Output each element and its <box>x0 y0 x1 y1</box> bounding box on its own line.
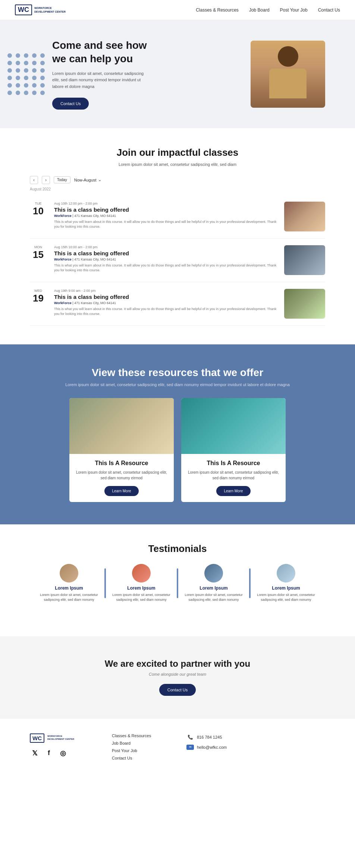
footer-link-post[interactable]: Post Your Job <box>112 748 164 753</box>
class-location: WorkForce | 471 Kansas City, MO 64141 <box>54 214 277 218</box>
phone-number: 816 784 1245 <box>197 735 222 739</box>
nav-links: Classes & Resources Job Board Post Your … <box>196 7 340 13</box>
hero-cta-button[interactable]: Contact Us <box>52 98 89 110</box>
person-head <box>278 46 298 67</box>
class-number: 15 <box>30 249 47 261</box>
testimonial-card: Lorem Ipsum Lorem ipsum dolor sit amet, … <box>110 564 173 603</box>
footer-top: WC WORKFORCEDEVELOPMENT CENTER 𝕏 f ◎ Cla… <box>30 733 325 763</box>
class-image <box>284 202 325 231</box>
class-time: Aug 15th 10:00 am - 2:00 pm <box>54 245 277 249</box>
logo-text: WORKFORCEDEVELOPMENT CENTER <box>34 6 66 13</box>
class-day: MON 15 <box>30 245 47 261</box>
class-location: WorkForce | 471 Kansas City, MO 64141 <box>54 301 277 305</box>
class-image-placeholder <box>284 202 325 231</box>
testimonial-avatar <box>277 564 295 583</box>
resource-learn-more-button[interactable]: Learn More <box>104 486 138 496</box>
calendar-controls: ‹ › Today Now-August ⌄ <box>30 176 325 184</box>
hero-title: Come and see how we can help you <box>52 39 149 66</box>
footer-logo-text: WORKFORCEDEVELOPMENT CENTER <box>47 735 74 741</box>
class-dow: MON <box>30 245 47 249</box>
testimonial-name: Lorem Ipsum <box>37 585 101 591</box>
hero-image <box>251 41 325 108</box>
class-info: Aug 19th 9:00 am - 2:00 pm This is a cla… <box>54 289 277 317</box>
hero-section: Come and see how we can help you Lorem i… <box>0 20 355 128</box>
today-button[interactable]: Today <box>54 176 70 183</box>
testimonials-grid: Lorem Ipsum Lorem ipsum dolor sit amet, … <box>15 564 340 603</box>
classes-section: Join our impactful classes Lorem ipsum d… <box>0 128 355 344</box>
resources-title: View these resources that we offer <box>30 367 325 379</box>
nav-contact[interactable]: Contact Us <box>318 7 340 13</box>
testimonial-divider <box>177 568 178 598</box>
class-number: 10 <box>30 205 47 217</box>
footer-phone: 📞 816 784 1245 <box>186 733 227 741</box>
class-day: WED 19 <box>30 289 47 304</box>
nav-postyour[interactable]: Post Your Job <box>280 7 308 13</box>
logo[interactable]: WC WORKFORCEDEVELOPMENT CENTER <box>15 4 66 15</box>
testimonial-text: Lorem ipsum dolor sit amet, consetetur s… <box>37 593 101 603</box>
footer-link-jobs[interactable]: Job Board <box>112 741 164 745</box>
partner-cta-button[interactable]: Contact Us <box>159 684 196 696</box>
resource-card: This Is A Resource Lorem ipsum dolor sit… <box>69 398 174 502</box>
testimonial-name: Lorem Ipsum <box>254 585 318 591</box>
email-icon: ✉ <box>186 745 194 750</box>
class-item: MON 15 Aug 15th 10:00 am - 2:00 pm This … <box>30 239 325 282</box>
resources-grid: This Is A Resource Lorem ipsum dolor sit… <box>30 398 325 502</box>
class-day: TUE 10 <box>30 202 47 217</box>
class-dow: TUE <box>30 202 47 205</box>
resources-section: View these resources that we offer Lorem… <box>0 344 355 524</box>
twitter-icon[interactable]: 𝕏 <box>30 748 40 758</box>
footer-logo[interactable]: WC WORKFORCEDEVELOPMENT CENTER <box>30 733 89 743</box>
class-description: This is what you will learn about in thi… <box>54 220 277 230</box>
hero-description: Lorem ipsum dolor sit amet, consetetur s… <box>52 70 149 90</box>
nav-jobboard[interactable]: Job Board <box>249 7 270 13</box>
social-icons: 𝕏 f ◎ <box>30 748 89 758</box>
resource-title: This Is A Resource <box>187 460 280 467</box>
class-time: Aug 19th 9:00 am - 2:00 pm <box>54 289 277 293</box>
footer-logo-initials: WC <box>30 733 44 743</box>
partner-title: We are excited to partner with you <box>30 659 325 669</box>
class-time: Aug 10th 12:00 pm - 2:00 pm <box>54 202 277 205</box>
resource-body: This Is A Resource Lorem ipsum dolor sit… <box>69 454 174 502</box>
phone-icon: 📞 <box>186 733 194 741</box>
resources-desc: Lorem ipsum dolor sit amet, consetetur s… <box>30 382 325 387</box>
person-body <box>269 69 307 98</box>
testimonial-text: Lorem ipsum dolor sit amet, consetetur s… <box>182 593 245 603</box>
partner-subtitle: Come alongside our great team <box>30 672 325 676</box>
prev-arrow[interactable]: ‹ <box>30 176 38 184</box>
date-range[interactable]: Now-August ⌄ <box>74 177 101 182</box>
navigation: WC WORKFORCEDEVELOPMENT CENTER Classes &… <box>0 0 355 20</box>
footer-contact: 📞 816 784 1245 ✉ hello@wfkc.com <box>186 733 227 763</box>
class-item: WED 19 Aug 19th 9:00 am - 2:00 pm This i… <box>30 282 325 326</box>
testimonial-text: Lorem ipsum dolor sit amet, consetetur s… <box>110 593 173 603</box>
nav-classes[interactable]: Classes & Resources <box>196 7 239 13</box>
class-image-placeholder <box>284 245 325 275</box>
testimonial-name: Lorem Ipsum <box>110 585 173 591</box>
class-number: 19 <box>30 293 47 304</box>
month-label: August 2022 <box>30 187 325 191</box>
footer: WC WORKFORCEDEVELOPMENT CENTER 𝕏 f ◎ Cla… <box>0 718 355 786</box>
class-name: This is a class being offered <box>54 206 277 213</box>
classes-desc: Lorem ipsum dolor sit amet, consetetur s… <box>30 162 325 167</box>
logo-initials: WC <box>15 4 32 15</box>
testimonial-avatar <box>60 564 78 583</box>
footer-logo-col: WC WORKFORCEDEVELOPMENT CENTER 𝕏 f ◎ <box>30 733 89 763</box>
classes-title: Join our impactful classes <box>30 147 325 158</box>
testimonial-card: Lorem Ipsum Lorem ipsum dolor sit amet, … <box>254 564 318 603</box>
footer-link-contact[interactable]: Contact Us <box>112 756 164 760</box>
next-arrow[interactable]: › <box>42 176 50 184</box>
testimonial-divider <box>249 568 251 598</box>
testimonial-card: Lorem Ipsum Lorem ipsum dolor sit amet, … <box>182 564 245 603</box>
resource-description: Lorem ipsum dolor sit amet, consetetur s… <box>187 470 280 481</box>
testimonial-avatar <box>132 564 151 583</box>
class-list: TUE 10 Aug 10th 12:00 pm - 2:00 pm This … <box>30 195 325 326</box>
resource-learn-more-button[interactable]: Learn More <box>216 486 250 496</box>
class-location: WorkForce | 471 Kansas City, MO 64141 <box>54 258 277 261</box>
facebook-icon[interactable]: f <box>44 748 54 758</box>
testimonials-title: Testimonials <box>15 543 340 555</box>
instagram-icon[interactable]: ◎ <box>58 748 68 758</box>
footer-email: ✉ hello@wfkc.com <box>186 745 227 750</box>
class-name: This is a class being offered <box>54 250 277 256</box>
class-item: TUE 10 Aug 10th 12:00 pm - 2:00 pm This … <box>30 195 325 239</box>
testimonial-card: Lorem Ipsum Lorem ipsum dolor sit amet, … <box>37 564 101 603</box>
footer-link-classes[interactable]: Classes & Resources <box>112 733 164 738</box>
